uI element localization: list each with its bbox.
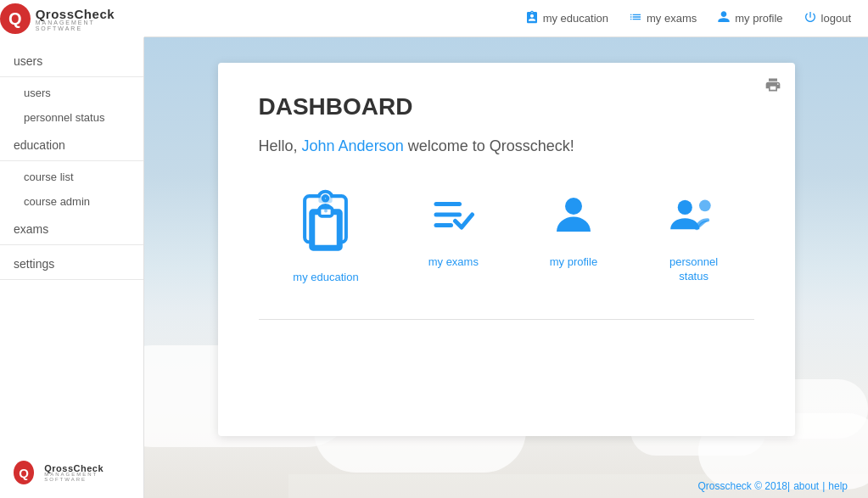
dash-icon-my-profile[interactable]: my profile [548,189,599,285]
dash-exams-label: my exams [428,255,479,270]
main-layout: users users personnel status education c… [0,37,868,498]
logout-icon [804,10,817,27]
logo-area: Q QrossCheck MANAGEMENT SOFTWARE [0,0,144,37]
sidebar-divider-2 [0,160,143,161]
svg-rect-4 [313,213,339,247]
sidebar-section-exams: exams [0,214,143,241]
profile-person-icon [548,189,599,243]
dashboard-divider [259,319,754,320]
dashboard-card: DASHBOARD Hello, John Anderson welcome t… [218,63,795,436]
sidebar-divider-3 [0,244,143,245]
dash-icon-personnel-status[interactable]: personnelstatus [669,189,720,285]
sidebar-item-course-admin[interactable]: course admin [0,189,143,214]
welcome-prefix: Hello, [259,137,298,154]
dash-personnel-label: personnelstatus [669,255,718,284]
svg-rect-0 [319,196,333,203]
svg-point-7 [324,210,328,213]
sidebar-item-course-list[interactable]: course list [0,165,143,189]
footer-copyright: Qrosscheck © 2018 [697,480,787,492]
nav-my-exams-label: my exams [647,12,697,25]
sidebar-divider-1 [0,76,143,77]
top-navigation: Q QrossCheck MANAGEMENT SOFTWARE my educ… [0,0,868,37]
dash-icon-my-education[interactable]: my education [293,189,358,285]
dash-icon-my-exams[interactable]: my exams [428,189,479,285]
sidebar-section-users: users [0,46,143,73]
logo-sub: MANAGEMENT SOFTWARE [36,20,144,31]
nav-my-exams[interactable]: my exams [629,10,697,27]
clipboard-icon [525,10,539,27]
svg-point-11 [565,198,582,215]
user-name[interactable]: John Anderson [302,137,404,154]
sidebar-logo-sub: MANAGEMENT SOFTWARE [44,472,130,482]
sidebar-divider-4 [0,279,143,280]
content-area: DASHBOARD Hello, John Anderson welcome t… [144,37,868,498]
sidebar: users users personnel status education c… [0,37,144,498]
nav-my-education-label: my education [543,12,608,25]
nav-logout[interactable]: logout [804,10,851,27]
sidebar-logo-icon: Q [14,461,34,484]
nav-my-profile[interactable]: my profile [717,10,782,27]
sidebar-section-settings: settings [0,249,143,276]
sidebar-section-education: education [0,130,143,157]
welcome-suffix: welcome to Qrosscheck! [408,137,574,154]
education-clipboard-icon [300,204,351,259]
sidebar-item-personnel-status[interactable]: personnel status [0,105,143,130]
footer-sep1: | [787,480,790,492]
footer-bar: Qrosscheck © 2018 | about | help [288,474,868,498]
logo-icon: Q [0,3,31,34]
svg-point-13 [699,199,711,211]
dash-education-label: my education [293,271,358,285]
dashboard-title: DASHBOARD [259,93,754,120]
footer-help-link[interactable]: help [828,480,848,492]
svg-point-12 [677,200,692,215]
nav-my-education[interactable]: my education [525,10,608,27]
welcome-text: Hello, John Anderson welcome to Qrossche… [259,137,754,155]
exams-icon [629,10,642,27]
exams-list-icon [428,189,479,243]
personnel-group-icon [669,189,720,243]
nav-my-profile-label: my profile [735,12,782,25]
dash-profile-label: my profile [550,255,597,270]
sidebar-item-users[interactable]: users [0,81,143,105]
footer-about-link[interactable]: about [793,480,819,492]
dashboard-icons: my education my exams [259,189,754,285]
nav-logout-label: logout [821,12,851,25]
print-button[interactable] [764,76,781,98]
sidebar-top: users users personnel status education c… [0,46,143,283]
profile-icon [717,10,731,27]
sidebar-bottom-logo: Q QrossCheck MANAGEMENT SOFTWARE [0,447,143,498]
footer-sep2: | [822,480,825,492]
